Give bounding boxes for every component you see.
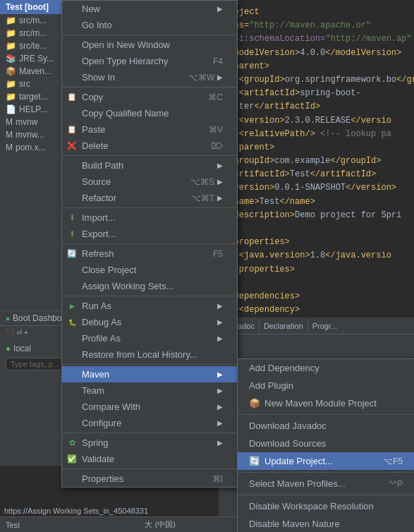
- context-menu: New ▶ Go Into Open in New Window Open Ty…: [61, 0, 238, 488]
- submenu-item-update-project[interactable]: 🔄 Update Project... ⌥F5: [238, 452, 414, 470]
- menu-separator: [62, 35, 237, 35]
- submenu-arrow: ▶: [217, 419, 223, 427]
- dashboard-btn[interactable]: ⬛: [6, 329, 14, 337]
- submenu-item-disable-maven-nature[interactable]: Disable Maven Nature: [238, 515, 414, 532]
- menu-item-profile-as[interactable]: Profile As ▶: [62, 330, 237, 346]
- menu-label: Refresh: [82, 248, 114, 259]
- submenu-separator: [238, 472, 414, 473]
- menu-item-configure[interactable]: Configure ▶: [62, 415, 237, 431]
- export-icon: ⬆: [66, 229, 78, 240]
- menu-separator: [62, 87, 237, 87]
- menu-item-delete[interactable]: ❌ Delete ⌦: [62, 138, 237, 154]
- status-left: Test: [6, 521, 20, 529]
- console-tabs: Javadoc Declaration Progr...: [219, 318, 414, 334]
- menu-label: Copy: [82, 92, 103, 102]
- submenu-label: Update Project...: [264, 456, 333, 466]
- submenu-arrow: ▶: [217, 387, 223, 394]
- menu-item-properties[interactable]: Properties ⌘I: [62, 471, 237, 487]
- menu-label: Go Into: [82, 20, 112, 30]
- menu-item-build-path[interactable]: Build Path ▶: [62, 157, 237, 174]
- local-label: local: [13, 344, 31, 353]
- menu-shortcut: ⌘C: [208, 92, 223, 102]
- menu-item-open-new-window[interactable]: Open in New Window: [62, 37, 237, 53]
- menu-item-validate[interactable]: ✅ Validate: [62, 451, 237, 467]
- menu-separator: [62, 468, 237, 469]
- menu-item-go-into[interactable]: Go Into: [62, 17, 237, 33]
- copy-icon: 📋: [66, 92, 78, 103]
- menu-label: Maven: [82, 369, 109, 380]
- menu-item-source[interactable]: Source ⌥⌘S ▶: [62, 174, 237, 190]
- submenu-label: Select Maven Profiles...: [249, 478, 346, 489]
- menu-item-show-in[interactable]: Show In ⌥⌘W ▶: [62, 69, 237, 85]
- menu-item-run-as[interactable]: ▶ Run As ▶: [62, 298, 237, 314]
- menu-label: Import...: [82, 212, 116, 223]
- menu-item-open-type-hierarchy[interactable]: Open Type Hierarchy F4: [62, 53, 237, 69]
- menu-label: Refactor: [82, 193, 116, 203]
- menu-label: Build Path: [82, 160, 123, 171]
- submenu-label: Download Sources: [249, 438, 326, 449]
- menu-shortcut: ⌦: [211, 141, 223, 151]
- submenu-arrow: ▶: [217, 318, 223, 326]
- submenu-label: Add Plugin: [249, 380, 293, 391]
- menu-item-compare-with[interactable]: Compare With ▶: [62, 399, 237, 415]
- submenu-arrow: ▶: [217, 370, 223, 378]
- menu-item-assign-working-sets[interactable]: Assign Working Sets...: [62, 278, 237, 294]
- submenu-arrow: ▶: [217, 403, 223, 411]
- sidebar-title: Test [boot]: [6, 2, 49, 12]
- submenu-separator: [238, 495, 414, 495]
- submenu-arrow: ▶: [217, 302, 223, 310]
- menu-item-debug-as[interactable]: 🐛 Debug As ▶: [62, 314, 237, 330]
- update-icon: 🔄: [249, 456, 260, 466]
- tab-progress[interactable]: Progr...: [308, 319, 341, 333]
- menu-item-maven[interactable]: Maven ▶: [62, 366, 237, 382]
- submenu-label: New Maven Module Project: [264, 398, 377, 409]
- menu-item-refresh[interactable]: 🔄 Refresh F5: [62, 246, 237, 262]
- menu-label: Configure: [82, 418, 121, 428]
- submenu-item-disable-workspace-resolution[interactable]: Disable Workspace Resolution: [238, 497, 414, 515]
- menu-item-export[interactable]: ⬆ Export...: [62, 226, 237, 242]
- run-icon: ▶: [66, 301, 78, 312]
- submenu-item-select-maven-profiles[interactable]: Select Maven Profiles... ^^P: [238, 475, 414, 492]
- menu-label: Spring: [82, 437, 109, 448]
- menu-item-refactor[interactable]: Refactor ⌥⌘T ▶: [62, 190, 237, 206]
- menu-label: Validate: [82, 454, 114, 464]
- menu-label: Export...: [82, 229, 116, 239]
- menu-item-team[interactable]: Team ▶: [62, 382, 237, 399]
- menu-item-copy[interactable]: 📋 Copy ⌘C: [62, 89, 237, 105]
- dashboard-btn[interactable]: ⏎: [16, 329, 22, 337]
- submenu-item-download-javadoc[interactable]: Download Javadoc: [238, 417, 414, 435]
- menu-item-new[interactable]: New ▶: [62, 1, 237, 17]
- submenu-shortcut: ⌥F5: [383, 457, 403, 466]
- dashboard-btn[interactable]: +: [24, 329, 28, 337]
- menu-item-copy-qualified-name[interactable]: Copy Qualified Name: [62, 105, 237, 121]
- submenu-item-add-dependency[interactable]: Add Dependency: [238, 359, 414, 377]
- menu-label: Assign Working Sets...: [82, 281, 174, 291]
- submenu-arrow: ▶: [217, 73, 223, 81]
- menu-label: Profile As: [82, 333, 121, 344]
- submenu-arrow: ▶: [217, 162, 223, 169]
- menu-separator: [62, 296, 237, 296]
- submenu-shortcut: ^^P: [389, 479, 403, 489]
- menu-item-spring[interactable]: ✿ Spring ▶: [62, 435, 237, 451]
- submenu-item-new-maven-module[interactable]: 📦 New Maven Module Project: [238, 394, 414, 412]
- menu-separator: [62, 433, 237, 433]
- menu-label: Show In: [82, 72, 115, 83]
- submenu-separator: [238, 414, 414, 415]
- tab-declaration[interactable]: Declaration: [260, 319, 308, 333]
- debug-icon: 🐛: [66, 317, 78, 328]
- tooltip-text: https://Assign Working Sets_in_45048331: [4, 507, 148, 515]
- menu-label: Paste: [82, 124, 105, 135]
- menu-shortcut: F4: [213, 56, 223, 66]
- menu-item-paste[interactable]: 📋 Paste ⌘V: [62, 121, 237, 138]
- menu-label: Copy Qualified Name: [82, 108, 169, 119]
- submenu-arrow: ▶: [217, 178, 223, 186]
- menu-label: Open Type Hierarchy: [82, 56, 169, 66]
- menu-item-close-project[interactable]: Close Project: [62, 262, 237, 278]
- menu-shortcut: F5: [213, 249, 223, 259]
- menu-item-import[interactable]: ⬇ Import...: [62, 210, 237, 226]
- submenu-item-add-plugin[interactable]: Add Plugin: [238, 377, 414, 394]
- menu-label: Open in New Window: [82, 40, 170, 50]
- submenu-item-download-sources[interactable]: Download Sources: [238, 435, 414, 452]
- menu-item-restore-local-history[interactable]: Restore from Local History...: [62, 346, 237, 363]
- url-tooltip: https://Assign Working Sets_in_45048331: [0, 505, 219, 516]
